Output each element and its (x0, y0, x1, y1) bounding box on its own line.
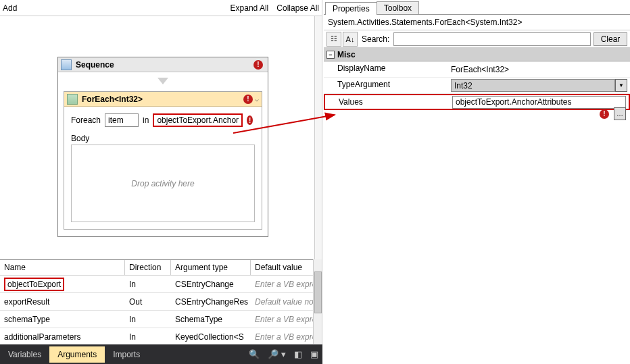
fit-icon[interactable]: ▣ (306, 349, 322, 359)
prop-name-values: Values (325, 95, 450, 109)
argument-name[interactable]: additionalParameters (0, 331, 125, 343)
error-icon[interactable]: ! (243, 95, 253, 104)
argument-type[interactable]: KeyedCollection<S (171, 331, 251, 343)
sequence-title: Sequence (76, 60, 114, 70)
argument-default[interactable]: Enter a VB express (251, 331, 314, 343)
foreach-item-input[interactable] (105, 113, 139, 127)
body-label: Body (71, 134, 255, 143)
sequence-activity[interactable]: Sequence ! ForEach<Int32> ! ⌵ Foreach (57, 57, 268, 237)
misc-category-header[interactable]: − Misc (324, 48, 630, 61)
sort-az-icon[interactable]: A↓ (343, 32, 358, 47)
connector-arrow (58, 72, 268, 90)
collapse-chevron-icon[interactable]: ⌵ (255, 95, 259, 103)
error-icon[interactable]: ! (600, 109, 609, 119)
argument-default[interactable]: Default value not su (251, 296, 314, 308)
argument-row[interactable]: objectToExportInCSEntryChangeEnter a VB … (0, 276, 314, 293)
zoom-control[interactable]: 🔎 ▾ (264, 349, 290, 359)
search-icon[interactable]: 🔍 (245, 349, 264, 359)
collapse-toggle-icon[interactable]: − (326, 51, 335, 59)
col-header-default[interactable]: Default value (251, 260, 314, 275)
argument-row[interactable]: additionalParametersInKeyedCollection<SE… (0, 328, 314, 346)
error-icon[interactable]: ! (253, 60, 263, 70)
col-header-type[interactable]: Argument type (171, 260, 251, 275)
args-scrollbar-thumb[interactable] (314, 271, 322, 313)
arguments-grid: Name Direction Argument type Default val… (0, 259, 314, 344)
argument-row[interactable]: exportResultOutCSEntryChangeResDefault v… (0, 293, 314, 311)
argument-row[interactable]: schemaTypeInSchemaTypeEnter a VB express (0, 311, 314, 328)
categorize-icon[interactable]: ☷ (326, 32, 341, 47)
foreach-keyword: Foreach (71, 115, 101, 125)
argument-direction[interactable]: Out (125, 296, 171, 308)
col-header-direction[interactable]: Direction (125, 260, 171, 275)
foreach-values-input[interactable]: objectToExport.Anchor (153, 113, 243, 127)
drop-target[interactable]: Drop activity here (71, 145, 255, 222)
argument-direction[interactable]: In (125, 313, 171, 326)
prop-name-typeargument: TypeArgument (324, 78, 448, 93)
in-keyword: in (143, 115, 149, 125)
properties-pane: Properties Toolbox System.Activities.Sta… (324, 0, 630, 364)
argument-direction[interactable]: In (125, 331, 171, 343)
prop-val-values[interactable]: objectToExport.AnchorAttributes (452, 96, 626, 109)
collapse-all-link[interactable]: Collapse All (276, 3, 319, 13)
argument-direction[interactable]: In (125, 278, 171, 290)
foreach-activity[interactable]: ForEach<Int32> ! ⌵ Foreach in objectToEx… (64, 91, 262, 230)
dropdown-icon[interactable]: ▼ (615, 79, 627, 92)
foreach-expression-text: objectToExport.Anchor (157, 115, 239, 125)
designer-pane: Add Expand All Collapse All Sequence ! F… (0, 0, 322, 364)
foreach-expression-row: Foreach in objectToExport.Anchor ! (71, 113, 255, 127)
add-button[interactable]: Add (3, 3, 17, 13)
prop-row-typeargument[interactable]: TypeArgument Int32 ▼ (324, 78, 630, 94)
argument-name[interactable]: objectToExport (4, 278, 64, 291)
arguments-header-row: Name Direction Argument type Default val… (0, 259, 314, 276)
argument-name[interactable]: exportResult (0, 296, 125, 308)
args-scrollbar-track[interactable] (313, 259, 322, 344)
tab-arguments[interactable]: Arguments (49, 346, 105, 363)
argument-type[interactable]: CSEntryChange (171, 278, 251, 290)
prop-val-displayname[interactable]: ForEach<Int32> (451, 65, 627, 74)
sequence-header[interactable]: Sequence ! (58, 57, 268, 72)
overview-icon[interactable]: ◧ (290, 349, 306, 359)
col-header-name[interactable]: Name (0, 260, 125, 275)
tab-variables[interactable]: Variables (0, 346, 49, 363)
prop-row-values[interactable]: Values objectToExport.AnchorAttributes (324, 94, 630, 110)
designer-canvas[interactable]: Sequence ! ForEach<Int32> ! ⌵ Foreach (0, 16, 322, 259)
clear-button[interactable]: Clear (593, 32, 627, 46)
tab-toolbox[interactable]: Toolbox (377, 1, 419, 14)
argument-name[interactable]: schemaType (0, 313, 125, 326)
properties-tabbar: Properties Toolbox (324, 0, 630, 15)
prop-row-displayname[interactable]: DisplayName ForEach<Int32> (324, 61, 630, 78)
argument-default[interactable]: Enter a VB express (251, 278, 314, 290)
foreach-title: ForEach<Int32> (82, 95, 143, 104)
sequence-icon (61, 59, 72, 70)
bottom-tabbar: Variables Arguments Imports 🔍 🔎 ▾ ◧ ▣ (0, 344, 322, 364)
expand-all-link[interactable]: Expand All (231, 3, 269, 13)
properties-toolbar: ☷ A↓ Search: Clear (324, 30, 630, 48)
error-icon[interactable]: ! (247, 115, 253, 125)
search-input[interactable] (393, 32, 591, 46)
tab-properties[interactable]: Properties (325, 2, 377, 15)
misc-label: Misc (337, 50, 356, 59)
selected-type-label: System.Activities.Statements.ForEach<Sys… (324, 15, 630, 30)
foreach-header[interactable]: ForEach<Int32> ! ⌵ (64, 92, 262, 107)
argument-type[interactable]: SchemaType (171, 313, 251, 326)
prop-val-typeargument[interactable]: Int32 (451, 79, 615, 92)
designer-toolbar: Add Expand All Collapse All (0, 0, 322, 16)
prop-name-displayname: DisplayName (324, 61, 448, 77)
foreach-icon (67, 94, 78, 105)
ellipsis-button[interactable]: … (614, 107, 626, 120)
search-label: Search: (362, 34, 389, 44)
argument-type[interactable]: CSEntryChangeRes (171, 296, 251, 308)
tab-imports[interactable]: Imports (105, 346, 148, 363)
argument-default[interactable]: Enter a VB express (251, 313, 314, 326)
